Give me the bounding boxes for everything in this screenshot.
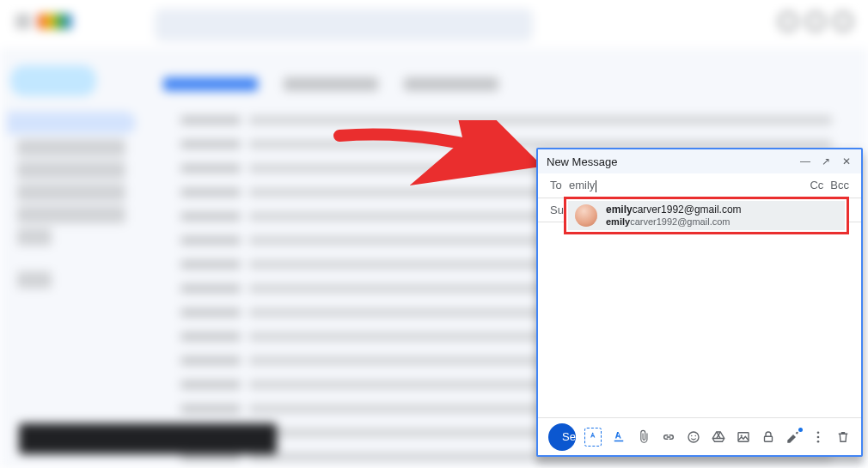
image-icon[interactable] bbox=[736, 429, 751, 445]
minimize-button[interactable]: — bbox=[799, 155, 811, 167]
compose-button bbox=[10, 65, 96, 96]
svg-rect-5 bbox=[765, 436, 773, 441]
attach-icon[interactable] bbox=[636, 429, 651, 445]
hamburger-icon bbox=[15, 15, 31, 27]
snackbar bbox=[19, 423, 277, 454]
cc-button[interactable]: Cc bbox=[810, 179, 823, 191]
svg-point-1 bbox=[691, 435, 693, 436]
highlight-annotation: emilycarver1992@gmail.com emilycarver199… bbox=[564, 197, 849, 234]
send-button-group: Send ▾ bbox=[548, 423, 576, 451]
compose-title: New Message bbox=[547, 155, 617, 168]
close-button[interactable]: ✕ bbox=[840, 155, 853, 167]
svg-point-2 bbox=[695, 435, 697, 436]
send-button[interactable]: Send bbox=[548, 430, 576, 443]
svg-point-6 bbox=[817, 431, 820, 434]
settings-icon bbox=[806, 12, 825, 31]
to-input[interactable]: emily bbox=[569, 179, 596, 192]
more-options-icon[interactable] bbox=[810, 429, 826, 445]
svg-rect-3 bbox=[738, 432, 749, 441]
drive-icon[interactable] bbox=[711, 429, 726, 445]
to-field-row[interactable]: To emily Cc Bcc bbox=[538, 173, 861, 198]
suggestion-name: emilycarver1992@gmail.com bbox=[606, 204, 742, 216]
svg-point-0 bbox=[688, 432, 699, 442]
spellcheck-icon[interactable] bbox=[584, 428, 602, 447]
signature-icon[interactable] bbox=[785, 429, 801, 445]
search-input bbox=[155, 9, 533, 41]
emoji-icon[interactable] bbox=[686, 429, 701, 445]
svg-point-7 bbox=[817, 435, 820, 438]
apps-icon bbox=[834, 12, 853, 31]
confidential-icon[interactable] bbox=[761, 429, 776, 445]
to-label: To bbox=[550, 179, 569, 191]
svg-point-8 bbox=[817, 440, 820, 442]
autocomplete-suggestion[interactable]: emilycarver1992@gmail.com emilycarver199… bbox=[568, 201, 845, 230]
help-icon bbox=[779, 12, 798, 31]
bcc-button[interactable]: Bcc bbox=[830, 179, 849, 191]
link-icon[interactable] bbox=[661, 429, 676, 445]
compose-body[interactable] bbox=[538, 222, 861, 417]
avatar bbox=[575, 204, 597, 227]
suggestion-email: emilycarver1992@gmail.com bbox=[606, 216, 742, 228]
popout-button[interactable]: ↗ bbox=[820, 155, 832, 167]
compose-header[interactable]: New Message — ↗ ✕ bbox=[538, 149, 861, 173]
sidebar bbox=[7, 112, 136, 294]
gmail-logo bbox=[38, 14, 72, 29]
formatting-icon[interactable] bbox=[611, 429, 627, 445]
discard-icon[interactable] bbox=[835, 429, 851, 445]
compose-footer: Send ▾ bbox=[538, 417, 861, 455]
compose-window: New Message — ↗ ✕ To emily Cc Bcc Sub em… bbox=[536, 148, 863, 457]
